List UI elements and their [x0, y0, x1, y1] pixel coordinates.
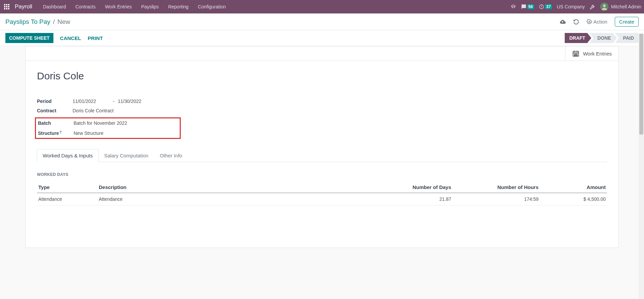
print-button[interactable]: PRINT: [88, 35, 103, 41]
tab-other-info[interactable]: Other Info: [154, 149, 188, 162]
top-nav: Payroll Dashboard Contracts Work Entries…: [0, 0, 644, 13]
contract-value[interactable]: Doris Cole Contract: [73, 108, 114, 113]
breadcrumb-actions: Action Create: [560, 17, 639, 27]
breadcrumb-current: New: [57, 18, 70, 26]
cloud-upload-icon[interactable]: [560, 19, 566, 25]
action-label: Action: [593, 19, 607, 25]
td-amount: $ 4,500.00: [540, 193, 607, 205]
nav-contracts[interactable]: Contracts: [71, 2, 99, 11]
tools-icon[interactable]: [590, 4, 596, 10]
nav-work-entries[interactable]: Work Entries: [101, 2, 136, 11]
table-row[interactable]: Attendance Attendance 21.87 174:59 $ 4,5…: [37, 193, 607, 205]
svg-rect-5: [8, 6, 9, 7]
status-stages: DRAFT DONE PAID: [565, 33, 639, 43]
activity-count: 37: [545, 4, 552, 9]
period-field: Period 11/01/2022 - 11/30/2022: [37, 99, 607, 104]
chat-count: 56: [527, 4, 534, 9]
svg-point-19: [577, 55, 577, 56]
structure-label: Structure ?: [38, 130, 74, 136]
svg-point-11: [603, 4, 606, 7]
batch-value[interactable]: Batch for November 2022: [74, 120, 127, 126]
svg-point-12: [589, 21, 590, 23]
avatar: [600, 3, 608, 11]
status-bar: COMPUTE SHEET CANCEL PRINT DRAFT DONE PA…: [0, 30, 644, 46]
period-value[interactable]: 11/01/2022 - 11/30/2022: [73, 99, 141, 104]
stage-draft[interactable]: DRAFT: [565, 33, 591, 43]
worked-days-table: Type Description Number of Days Number o…: [37, 182, 607, 205]
breadcrumb-bar: Payslips To Pay / New Action Create: [0, 13, 644, 30]
voip-icon[interactable]: [510, 4, 516, 10]
main-content: Work Entries Doris Cole Period 11/01/202…: [0, 46, 644, 261]
svg-rect-6: [4, 8, 5, 9]
th-description: Description: [97, 182, 385, 193]
form-sheet: Work Entries Doris Cole Period 11/01/202…: [25, 46, 619, 248]
period-from: 11/01/2022: [73, 99, 96, 104]
work-entries-button[interactable]: Work Entries: [565, 46, 618, 61]
stage-done[interactable]: DONE: [589, 33, 617, 43]
td-days: 21.87: [385, 193, 453, 205]
svg-rect-2: [8, 4, 9, 5]
chat-badge[interactable]: 56: [521, 4, 534, 9]
nav-dashboard[interactable]: Dashboard: [39, 2, 70, 11]
td-description: Attendance: [97, 193, 385, 205]
contract-label: Contract: [37, 108, 73, 113]
svg-rect-8: [8, 8, 9, 9]
svg-point-17: [574, 55, 575, 56]
undo-icon[interactable]: [573, 19, 579, 25]
worked-days-section: WORKED DAYS Type Description Number of D…: [37, 172, 607, 205]
th-type: Type: [37, 182, 97, 193]
svg-rect-7: [6, 8, 7, 9]
tabs: Worked Days & Inputs Salary Computation …: [37, 149, 607, 162]
sheet-header: Work Entries: [26, 46, 618, 61]
compute-sheet-button[interactable]: COMPUTE SHEET: [5, 33, 53, 43]
breadcrumb-parent[interactable]: Payslips To Pay: [5, 18, 50, 26]
svg-point-16: [577, 54, 577, 54]
contract-field: Contract Doris Cole Contract: [37, 108, 607, 113]
svg-rect-0: [4, 4, 5, 5]
th-amount: Amount: [540, 182, 607, 193]
user-menu[interactable]: Mitchell Admin: [600, 3, 641, 11]
help-icon[interactable]: ?: [59, 130, 61, 134]
th-days: Number of Days: [385, 182, 453, 193]
activity-badge[interactable]: 37: [539, 4, 552, 9]
svg-rect-3: [4, 6, 5, 7]
stage-paid[interactable]: PAID: [615, 33, 639, 43]
calendar-icon: [572, 50, 579, 57]
breadcrumb: Payslips To Pay / New: [5, 18, 70, 26]
highlight-box: Batch Batch for November 2022 Structure …: [35, 117, 181, 139]
th-hours: Number of Hours: [453, 182, 540, 193]
sheet-body: Doris Cole Period 11/01/2022 - 11/30/202…: [26, 61, 618, 215]
svg-rect-1: [6, 4, 7, 5]
batch-field: Batch Batch for November 2022: [36, 120, 178, 126]
create-button[interactable]: Create: [615, 17, 639, 27]
nav-configuration[interactable]: Configuration: [194, 2, 230, 11]
structure-label-text: Structure: [38, 130, 59, 136]
nav-right: 56 37 US Company Mitchell Admin: [510, 3, 641, 11]
period-label: Period: [37, 99, 73, 104]
status-actions: COMPUTE SHEET CANCEL PRINT: [5, 33, 103, 43]
app-brand[interactable]: Payroll: [15, 3, 32, 10]
user-name: Mitchell Admin: [611, 4, 641, 9]
td-hours: 174:59: [453, 193, 540, 205]
structure-value[interactable]: New Structure: [74, 130, 103, 136]
form-fields: Period 11/01/2022 - 11/30/2022 Contract …: [37, 99, 607, 139]
tab-worked-days[interactable]: Worked Days & Inputs: [37, 149, 98, 162]
svg-point-15: [576, 54, 576, 54]
company-selector[interactable]: US Company: [557, 4, 585, 9]
svg-point-18: [576, 55, 576, 56]
period-to: 11/30/2022: [118, 99, 141, 104]
scrollbar[interactable]: [639, 34, 644, 261]
nav-reporting[interactable]: Reporting: [164, 2, 192, 11]
table-header-row: Type Description Number of Days Number o…: [37, 182, 607, 193]
section-title: WORKED DAYS: [37, 172, 607, 177]
action-dropdown[interactable]: Action: [587, 19, 607, 25]
svg-rect-4: [6, 6, 7, 7]
tab-salary-computation[interactable]: Salary Computation: [98, 149, 154, 162]
scrollbar-thumb[interactable]: [639, 34, 643, 135]
cancel-button[interactable]: CANCEL: [60, 35, 81, 41]
work-entries-label: Work Entries: [583, 51, 612, 57]
apps-icon[interactable]: [3, 3, 11, 11]
employee-name[interactable]: Doris Cole: [37, 70, 607, 82]
nav-payslips[interactable]: Payslips: [137, 2, 163, 11]
breadcrumb-sep: /: [53, 18, 55, 26]
